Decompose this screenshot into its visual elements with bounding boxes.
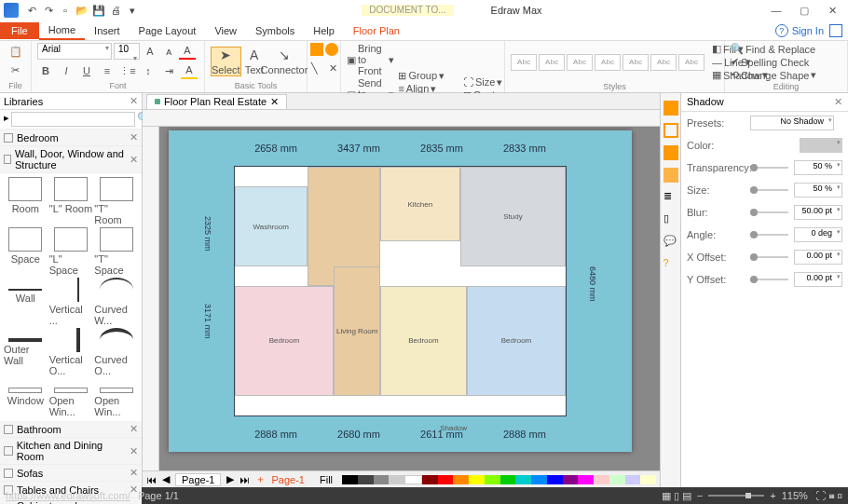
angle-value[interactable]: 0 deg xyxy=(794,227,842,242)
font-name-select[interactable]: Arial xyxy=(37,43,112,60)
style-preset-7[interactable]: Abc xyxy=(678,54,704,71)
menu-page-layout[interactable]: Page Layout xyxy=(130,22,206,39)
menu-symbols[interactable]: Symbols xyxy=(246,22,304,39)
style-preset-3[interactable]: Abc xyxy=(567,54,593,71)
status-icons[interactable]: ⛶ ▦ ⊡ xyxy=(815,490,842,501)
size-slider[interactable] xyxy=(750,189,788,191)
lib-section-sofas[interactable]: Sofas✕ xyxy=(0,465,142,482)
zoom-slider[interactable] xyxy=(708,495,764,497)
trans-slider[interactable] xyxy=(750,167,788,169)
shape-t-room[interactable]: "T" Room xyxy=(94,177,138,225)
style-preset-4[interactable]: Abc xyxy=(595,54,621,71)
sidetool-layer[interactable]: ≣ xyxy=(663,190,678,205)
menu-floor-plan[interactable]: Floor Plan xyxy=(344,22,409,39)
shape-vouter[interactable]: Vertical O... xyxy=(49,328,93,376)
signin-icon[interactable] xyxy=(829,24,842,37)
zoom-out[interactable]: − xyxy=(697,490,703,501)
highlight-button[interactable]: A xyxy=(181,62,198,79)
spacing-button[interactable]: ↕ xyxy=(140,62,157,79)
qat-undo[interactable]: ↶ xyxy=(24,3,39,18)
shape-room[interactable]: Room xyxy=(4,177,48,225)
room-living[interactable]: Living Room xyxy=(334,266,380,396)
xoff-slider[interactable] xyxy=(750,256,788,258)
angle-slider[interactable] xyxy=(750,234,788,236)
shape-circle-icon[interactable] xyxy=(325,43,338,56)
shape-open-win2[interactable]: Open Win... xyxy=(94,378,138,417)
page-nav-last[interactable]: ⏭ xyxy=(239,474,250,485)
room-bedroom-3[interactable]: Bedroom xyxy=(467,286,567,396)
underline-button[interactable]: U xyxy=(78,62,95,79)
sidetool-page[interactable]: ▯ xyxy=(663,212,678,227)
color-bar[interactable] xyxy=(342,475,656,484)
shape-curved-outer[interactable]: Curved O... xyxy=(94,328,138,376)
shape-outer-wall[interactable]: Outer Wall xyxy=(4,328,48,376)
yoff-value[interactable]: 0.00 pt xyxy=(794,272,842,287)
shape-wall[interactable]: Wall xyxy=(4,278,48,326)
menu-home[interactable]: Home xyxy=(39,21,85,40)
yoff-slider[interactable] xyxy=(750,279,788,280)
shape-l-space[interactable]: "L" Space xyxy=(49,227,93,276)
library-search-input[interactable] xyxy=(11,112,135,127)
shape-rect-icon[interactable] xyxy=(310,43,323,56)
shape-curved-wall[interactable]: Curved W... xyxy=(94,278,138,326)
menu-view[interactable]: View xyxy=(205,22,246,39)
font-color[interactable]: A xyxy=(179,43,196,60)
document-tab[interactable]: Floor Plan Real Estate✕ xyxy=(146,94,287,109)
page-add[interactable]: ＋ xyxy=(255,472,266,486)
qat-redo[interactable]: ↷ xyxy=(41,3,56,18)
room-bedroom-2[interactable]: Bedroom xyxy=(380,286,467,396)
zoom-in[interactable]: + xyxy=(770,490,775,501)
floor-plan[interactable]: 2658 mm 3437 mm 2835 mm 2833 mm 2888 mm … xyxy=(234,166,568,416)
shape-window[interactable]: Window xyxy=(4,378,48,417)
align-button[interactable]: ≡ xyxy=(99,62,116,79)
page-nav-next[interactable]: ▶ xyxy=(226,473,234,485)
lib-section-wall[interactable]: Wall, Door, Window and Structure✕ xyxy=(0,146,142,173)
menu-insert[interactable]: Insert xyxy=(85,22,130,39)
window-close[interactable]: ✕ xyxy=(820,2,844,19)
status-url[interactable]: https://www.edrawsoft.com/ xyxy=(6,490,130,501)
group-button[interactable]: ⊞ Group ▾ xyxy=(398,70,458,82)
shape-vwall[interactable]: Vertical ... xyxy=(49,278,93,326)
room-study[interactable]: Study xyxy=(460,167,567,266)
canvas[interactable]: 2658 mm 3437 mm 2835 mm 2833 mm 2888 mm … xyxy=(159,127,660,470)
page-tab-1[interactable]: Page-1 xyxy=(175,473,221,486)
font-size-select[interactable]: 10 xyxy=(114,43,140,60)
sidetool-shape[interactable] xyxy=(663,101,678,116)
cut-button[interactable]: ✂ xyxy=(7,61,24,78)
shape-l-room[interactable]: "L" Room xyxy=(49,177,93,225)
style-preset-5[interactable]: Abc xyxy=(622,54,649,71)
libraries-close[interactable]: ✕ xyxy=(130,95,138,107)
room-kitchen[interactable]: Kitchen xyxy=(380,167,459,241)
qat-print[interactable]: 🖨 xyxy=(108,3,123,18)
qat-open[interactable]: 📂 xyxy=(75,3,89,18)
paste-button[interactable]: 📋 xyxy=(7,43,24,60)
xoff-value[interactable]: 0.00 pt xyxy=(794,250,842,265)
doc-tab-close[interactable]: ✕ xyxy=(270,96,279,108)
sidetool-line[interactable] xyxy=(663,123,678,138)
presets-select[interactable]: No Shadow xyxy=(750,116,834,130)
help-icon[interactable]: ? xyxy=(775,24,788,37)
shape-line-icon[interactable]: ╲ xyxy=(307,60,323,76)
sidetool-shadow[interactable] xyxy=(663,168,678,183)
bring-front-button[interactable]: ▣ Bring to Front ▾ xyxy=(347,43,394,76)
room-bedroom-1[interactable]: Bedroom xyxy=(235,286,335,396)
trans-value[interactable]: 50 % xyxy=(794,160,842,175)
sign-in-link[interactable]: Sign In xyxy=(792,25,824,36)
page-nav-prev[interactable]: ◀ xyxy=(162,473,170,485)
lib-section-kitchen[interactable]: Kitchen and Dining Room✕ xyxy=(0,438,142,465)
window-maximize[interactable]: ▢ xyxy=(792,2,816,19)
qat-save[interactable]: 💾 xyxy=(91,3,106,18)
shape-cross-icon[interactable]: ✕ xyxy=(325,60,342,76)
shadow-panel-close[interactable]: ✕ xyxy=(834,96,842,108)
bullets-button[interactable]: ⋮≡ xyxy=(119,62,136,79)
lib-section-bathroom[interactable]: Bathroom✕ xyxy=(0,421,142,438)
menu-help[interactable]: Help xyxy=(304,22,344,39)
file-menu[interactable]: File xyxy=(0,22,39,39)
room-washroom[interactable]: Washroom xyxy=(235,186,308,266)
style-preset-2[interactable]: Abc xyxy=(539,54,565,71)
change-shape-button[interactable]: ⟲ Change Shape ▾ xyxy=(731,69,816,81)
shape-space[interactable]: Space xyxy=(4,227,48,276)
page-nav-first[interactable]: ⏮ xyxy=(146,474,157,485)
blur-value[interactable]: 50.00 pt xyxy=(794,205,842,220)
qat-new[interactable]: ▫ xyxy=(58,3,73,18)
